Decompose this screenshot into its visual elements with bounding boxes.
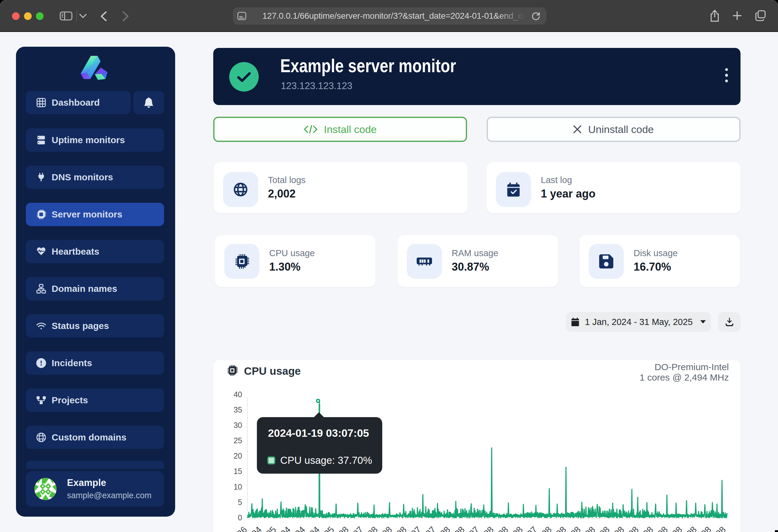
svg-text:08: 08 <box>568 525 582 532</box>
svg-text:5: 5 <box>238 498 242 507</box>
svg-text:04: 04 <box>279 525 292 532</box>
svg-text:08: 08 <box>395 525 408 532</box>
svg-text:07: 07 <box>423 525 437 532</box>
svg-text:08: 08 <box>540 525 553 532</box>
svg-text:08: 08 <box>481 525 495 532</box>
svg-text:08: 08 <box>626 525 640 532</box>
svg-text:08: 08 <box>438 525 452 532</box>
svg-text:08: 08 <box>641 525 655 532</box>
svg-text:08: 08 <box>366 525 380 532</box>
svg-text:08: 08 <box>670 525 684 532</box>
svg-text:04: 04 <box>308 525 321 532</box>
svg-text:08: 08 <box>336 525 350 532</box>
svg-text:08: 08 <box>713 525 727 532</box>
svg-text:05: 05 <box>264 525 278 532</box>
svg-text:20: 20 <box>234 451 242 460</box>
svg-text:05: 05 <box>322 525 336 532</box>
svg-text:07: 07 <box>351 525 365 532</box>
svg-text:04: 04 <box>293 525 307 532</box>
svg-text:08: 08 <box>496 525 510 532</box>
svg-text:08: 08 <box>583 525 597 532</box>
svg-text:08: 08 <box>554 525 568 532</box>
svg-text:07: 07 <box>467 525 481 532</box>
svg-text:26: 26 <box>235 525 249 532</box>
svg-text:08: 08 <box>656 525 670 532</box>
svg-text:07: 07 <box>525 525 539 532</box>
svg-text:08: 08 <box>598 525 612 532</box>
svg-text:08: 08 <box>685 525 698 532</box>
svg-text:10: 10 <box>234 482 242 491</box>
svg-text:0: 0 <box>238 513 242 522</box>
svg-text:30: 30 <box>234 421 242 429</box>
svg-text:40: 40 <box>234 390 242 399</box>
svg-text:08: 08 <box>699 525 713 532</box>
svg-text:08: 08 <box>612 525 626 532</box>
svg-text:07: 07 <box>409 525 423 532</box>
svg-text:15: 15 <box>234 467 242 475</box>
svg-text:25: 25 <box>234 436 242 445</box>
svg-text:08: 08 <box>453 525 466 532</box>
svg-text:35: 35 <box>234 406 242 414</box>
svg-text:08: 08 <box>380 525 394 532</box>
svg-text:04: 04 <box>249 525 263 532</box>
svg-text:08: 08 <box>511 525 525 532</box>
